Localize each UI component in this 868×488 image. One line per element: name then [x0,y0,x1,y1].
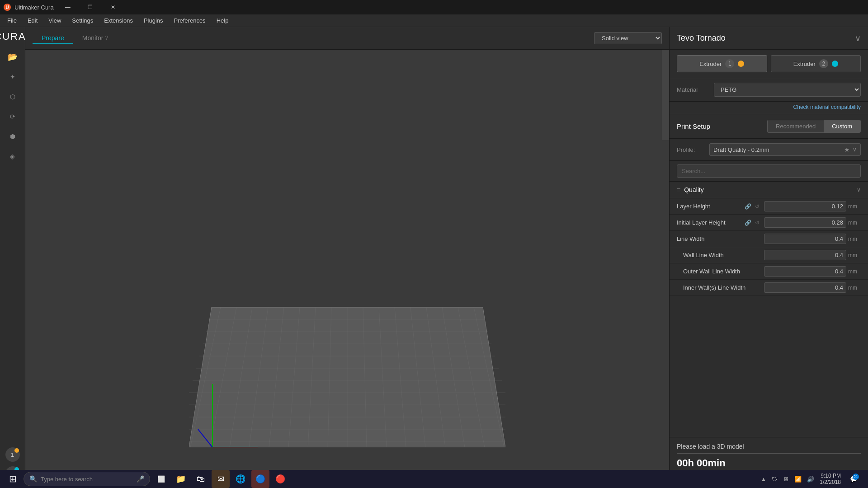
notification-badge: 21 [853,474,859,480]
canvas-area[interactable] [25,50,669,474]
volume-icon[interactable]: 🔊 [807,476,814,483]
extruder1-button[interactable]: Extruder 1 [677,55,767,72]
layer-height-label: Layer Height [677,203,744,210]
print-setup-label: Print Setup [677,122,710,130]
clock-time: 9:10 PM [820,473,841,479]
taskbar-chrome[interactable]: 🌐 [231,470,250,488]
initial-layer-height-input[interactable] [764,217,846,228]
check-compatibility-link[interactable]: Check material compatibility [793,104,861,110]
cura-logo-text: CURA [0,31,26,42]
profile-label: Profile: [677,146,704,153]
menu-extensions[interactable]: Extensions [99,15,138,26]
layer-height-icons: 🔗 ↺ [744,202,760,211]
inner-wall-line-width-label: Inner Wall(s) Line Width [683,284,760,291]
display-icon[interactable]: 🖥 [783,476,789,483]
recommended-button[interactable]: Recommended [768,120,824,132]
line-width-input[interactable] [764,234,846,244]
taskbar: ⊞ 🔍 Type here to search 🎤 ⬜ 📁 🛍 ✉ 🌐 🔵 🔴 … [0,470,868,488]
search-input[interactable] [677,164,861,178]
monitor-help-icon[interactable]: ? [105,35,108,41]
wifi-icon[interactable]: 📶 [794,476,802,483]
sidebar-extruder1[interactable]: 1 [5,447,20,462]
print-time-display: 00h 00min [677,457,861,469]
tool-button-5[interactable]: ◈ [4,147,22,165]
taskbar-explorer[interactable]: 📁 [172,470,190,488]
menu-view[interactable]: View [43,15,66,26]
profile-name: Draft Quality - 0.2mm [713,146,841,153]
menu-file[interactable]: File [2,15,22,26]
quality-chevron-icon: ∨ [857,187,861,193]
initial-layer-height-row: Initial Layer Height 🔗 ↺ mm [670,215,868,231]
taskbar-search-text: Type here to search [41,476,93,483]
view-mode-select[interactable]: Solid view X-Ray view Layer view [594,32,662,44]
main-layout: CURA 📂 ✦ ⬡ ⟳ ⬢ ◈ 1 2 Prepare M [0,27,868,488]
tray-icon-1[interactable]: ▲ [760,476,766,483]
maximize-button[interactable]: ❐ [80,0,101,14]
taskbar-store[interactable]: 🛍 [192,470,210,488]
titlebar-title: Ultimaker Cura [14,4,54,11]
printer-dropdown-button[interactable]: ∨ [855,33,861,43]
layer-height-input[interactable] [764,201,846,211]
custom-button[interactable]: Custom [824,120,860,132]
taskview-button[interactable]: ⬜ [152,470,170,488]
initial-layer-link-icon[interactable]: 🔗 [744,219,752,227]
app-icon: U [4,4,11,11]
view-tabs: Prepare Monitor ? [33,33,117,44]
quality-section-header[interactable]: ≡ Quality ∨ [670,182,868,198]
notification-button[interactable]: 💬 21 [846,472,861,486]
material-select[interactable]: PETG PLA ABS TPU [714,83,861,97]
print-bed [189,294,505,447]
check-compatibility-section: Check material compatibility [670,102,868,114]
tab-monitor[interactable]: Monitor ? [73,33,117,44]
inner-wall-line-width-input[interactable] [764,282,846,293]
taskbar-mail[interactable]: ✉ [212,470,230,488]
layer-height-row: Layer Height 🔗 ↺ mm [670,198,868,215]
close-button[interactable]: ✕ [103,0,123,14]
taskbar-mic-icon[interactable]: 🎤 [137,475,144,483]
extruder2-label: Extruder [793,61,816,67]
open-folder-button[interactable]: 📂 [4,48,22,66]
layer-height-link-icon[interactable]: 🔗 [744,202,752,211]
extruder1-color-dot [738,61,744,67]
line-width-label: Line Width [677,235,760,242]
setup-toggle: Recommended Custom [767,120,861,133]
minimize-button[interactable]: — [57,0,78,14]
taskbar-search[interactable]: 🔍 Type here to search 🎤 [24,472,150,486]
menu-plugins[interactable]: Plugins [138,15,169,26]
menu-preferences[interactable]: Preferences [169,15,211,26]
wall-line-width-input[interactable] [764,250,846,260]
load-model-text: Please load a 3D model [677,443,861,450]
tool-button-3[interactable]: ⟳ [4,108,22,126]
tool-button-1[interactable]: ✦ [4,68,22,86]
tool-button-4[interactable]: ⬢ [4,127,22,145]
wall-line-width-label: Wall Line Width [683,252,760,258]
outer-wall-line-width-input[interactable] [764,266,846,277]
menu-help[interactable]: Help [211,15,234,26]
quality-section-title: Quality [684,186,853,193]
start-button[interactable]: ⊞ [4,470,22,488]
layer-height-unit: mm [848,203,861,210]
initial-layer-reset-icon[interactable]: ↺ [754,219,760,227]
taskbar-right: ▲ 🛡 🖥 📶 🔊 9:10 PM 1/2/2018 💬 21 [757,472,864,486]
sidebar-extruder1-number: 1 [11,451,14,458]
inner-wall-unit: mm [848,285,861,291]
wall-line-width-unit: mm [848,252,861,258]
profile-select-wrapper[interactable]: Draft Quality - 0.2mm ★ ∨ [709,143,861,156]
menu-settings[interactable]: Settings [66,15,99,26]
menu-edit[interactable]: Edit [22,15,43,26]
search-box [670,161,868,182]
layer-height-reset-icon[interactable]: ↺ [754,202,760,211]
taskbar-app6[interactable]: 🔴 [271,470,289,488]
tool-button-2[interactable]: ⬡ [4,88,22,106]
extruder-buttons: Extruder 1 Extruder 2 [677,55,861,72]
extruder-section: Extruder 1 Extruder 2 [670,50,868,78]
extruder2-button[interactable]: Extruder 2 [771,55,861,72]
viewport[interactable]: Prepare Monitor ? Solid view X-Ray view … [25,27,669,488]
viewport-scrollbar [662,50,669,140]
taskbar-cura[interactable]: 🔵 [251,470,269,488]
tab-prepare[interactable]: Prepare [33,33,73,44]
clock[interactable]: 9:10 PM 1/2/2018 [820,473,841,485]
antivirus-icon[interactable]: 🛡 [772,476,778,483]
menubar: File Edit View Settings Extensions Plugi… [0,14,868,27]
printer-name: Tevo Tornado [677,33,726,43]
